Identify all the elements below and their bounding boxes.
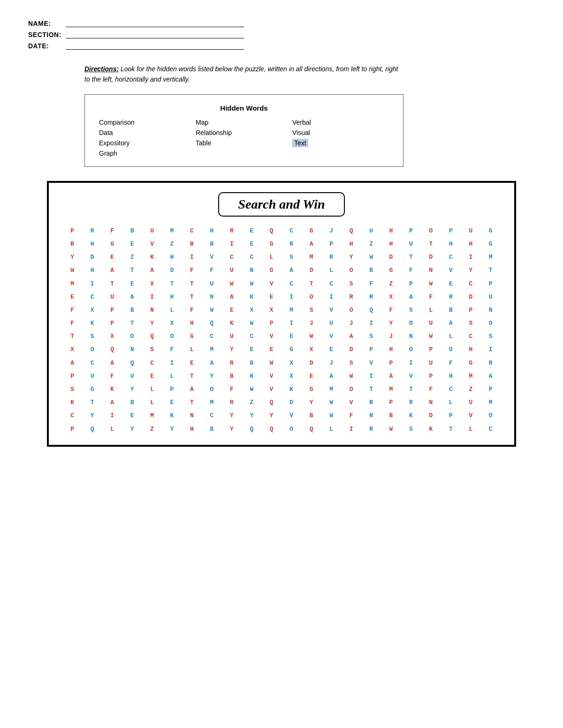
puzzle-cell: V — [322, 304, 341, 316]
puzzle-cell: M — [143, 410, 161, 422]
puzzle-cell: D — [461, 291, 480, 303]
puzzle-cell: P — [441, 225, 460, 237]
puzzle-cell: P — [103, 304, 122, 316]
puzzle-cell: E — [103, 251, 122, 263]
puzzle-cell: W — [222, 278, 241, 290]
puzzle-cell: X — [162, 317, 181, 330]
puzzle-cell: V — [143, 238, 161, 250]
puzzle-cell: U — [421, 317, 440, 330]
puzzle-cell: L — [441, 397, 460, 409]
puzzle-cell: P — [421, 344, 440, 356]
puzzle-cell: F — [183, 264, 201, 277]
puzzle-cell: B — [362, 397, 380, 409]
puzzle-cell: C — [282, 225, 301, 237]
puzzle-cell: W — [362, 251, 380, 263]
puzzle-cell: B — [202, 423, 221, 435]
puzzle-cell: T — [362, 383, 380, 396]
puzzle-cell: V — [262, 383, 281, 396]
puzzle-cell: E — [242, 344, 261, 356]
puzzle-cell: P — [63, 423, 82, 435]
puzzle-cell: G — [461, 357, 480, 369]
puzzle-cell: Q — [362, 304, 380, 316]
puzzle-cell: Q — [342, 225, 360, 237]
puzzle-cell: R — [441, 291, 460, 303]
puzzle-cell: E — [242, 238, 261, 250]
section-row: SECTION: — [28, 30, 535, 38]
puzzle-cell: T — [481, 264, 500, 277]
puzzle-cell: K — [402, 410, 420, 422]
puzzle-cell: U — [322, 317, 341, 330]
puzzle-cell: S — [63, 383, 82, 396]
puzzle-cell: Z — [362, 238, 380, 250]
date-label: DATE: — [28, 42, 66, 50]
puzzle-cell: C — [461, 330, 480, 343]
puzzle-cell: Q — [262, 423, 281, 435]
puzzle-cell: I — [481, 344, 500, 356]
puzzle-cell: U — [222, 330, 241, 343]
puzzle-cell: G — [262, 238, 281, 250]
puzzle-cell: U — [421, 357, 440, 369]
puzzle-cell: A — [122, 291, 141, 303]
name-label: NAME: — [28, 20, 66, 27]
puzzle-cell: B — [441, 304, 460, 316]
puzzle-cell: X — [282, 357, 301, 369]
puzzle-cell: A — [302, 238, 320, 250]
puzzle-cell: X — [103, 330, 122, 343]
puzzle-cell: B — [362, 264, 380, 277]
puzzle-cell: W — [242, 317, 261, 330]
puzzle-cell: Q — [122, 357, 141, 369]
puzzle-cell: Y — [461, 264, 480, 277]
puzzle-cell: P — [402, 225, 420, 237]
puzzle-cell: J — [322, 225, 341, 237]
puzzle-cell: B — [222, 370, 241, 383]
puzzle-cell: G — [183, 330, 201, 343]
puzzle-cell: S — [282, 251, 301, 263]
section-label: SECTION: — [28, 31, 66, 38]
puzzle-cell: B — [122, 397, 141, 409]
puzzle-cell: R — [342, 291, 360, 303]
puzzle-title: Search and Win — [218, 192, 344, 217]
puzzle-cell: B — [242, 357, 261, 369]
name-row: NAME: — [28, 19, 535, 27]
word-comparison: Comparison — [99, 119, 196, 126]
puzzle-cell: E — [441, 278, 460, 290]
date-line — [66, 41, 244, 50]
puzzle-cell: D — [282, 397, 301, 409]
puzzle-cell: V — [342, 397, 360, 409]
puzzle-cell: T — [183, 397, 201, 409]
puzzle-cell: W — [242, 278, 261, 290]
puzzle-cell: V — [262, 278, 281, 290]
puzzle-cell: E — [122, 278, 141, 290]
puzzle-cell: I — [362, 317, 380, 330]
puzzle-cell: I — [461, 251, 480, 263]
puzzle-cell: Q — [262, 397, 281, 409]
puzzle-cell: F — [421, 383, 440, 396]
puzzle-cell: L — [322, 423, 341, 435]
puzzle-cell: Z — [143, 423, 161, 435]
puzzle-cell: B — [122, 225, 141, 237]
word-relationship: Relationship — [196, 129, 292, 136]
puzzle-cell: G — [282, 344, 301, 356]
puzzle-cell: V — [362, 357, 380, 369]
puzzle-cell: Q — [302, 423, 320, 435]
puzzle-cell: B — [122, 304, 141, 316]
puzzle-cell: C — [202, 410, 221, 422]
name-line — [66, 19, 244, 27]
puzzle-cell: W — [421, 330, 440, 343]
puzzle-cell: K — [103, 383, 122, 396]
puzzle-cell: L — [143, 397, 161, 409]
puzzle-cell: Y — [222, 423, 241, 435]
puzzle-cell: W — [202, 304, 221, 316]
puzzle-cell: C — [183, 225, 201, 237]
puzzle-cell: I — [83, 278, 101, 290]
puzzle-cell: E — [222, 304, 241, 316]
puzzle-cell: Y — [162, 423, 181, 435]
puzzle-cell: S — [402, 304, 420, 316]
puzzle-cell: H — [83, 238, 101, 250]
puzzle-cell: G — [103, 238, 122, 250]
puzzle-cell: C — [322, 278, 341, 290]
puzzle-cell: C — [441, 251, 460, 263]
puzzle-cell: F — [162, 344, 181, 356]
puzzle-cell: R — [222, 225, 241, 237]
puzzle-grid: PRFBUMCHREQCGJQUHPOPUGBHGEVZBBIEGRAPHZHU… — [58, 225, 505, 435]
